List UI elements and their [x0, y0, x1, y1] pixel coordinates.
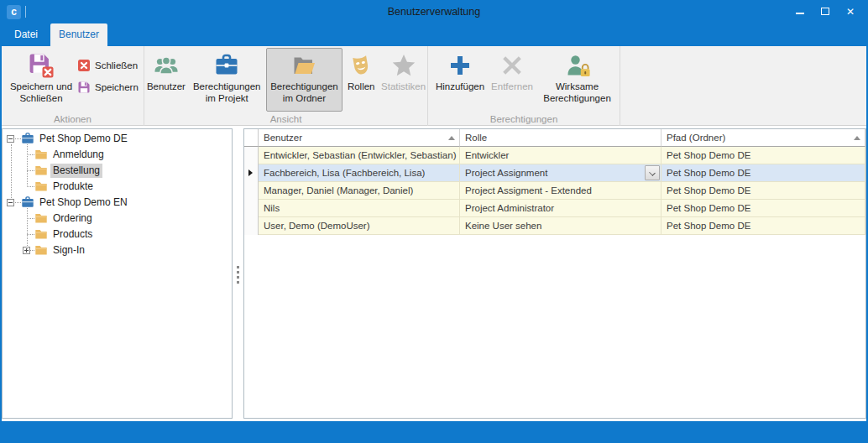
cell-rolle[interactable]: Project Assignment [460, 164, 661, 182]
tree-node-label: Sign-In [50, 243, 87, 258]
benutzer-view-button[interactable]: Benutzer [144, 48, 188, 112]
rollen-button[interactable]: Rollen [342, 48, 379, 112]
grid-row[interactable]: Manager, Daniel (Manager, Daniel)Project… [244, 182, 865, 200]
tree-node-bestellung[interactable]: Bestellung [3, 163, 232, 179]
ribbon-tab-row: Datei Benutzer [2, 23, 866, 46]
grid-row[interactable]: Fachbereich, Lisa (Fachbereich, Lisa)Pro… [244, 164, 865, 182]
focused-row-indicator-icon [248, 169, 253, 176]
row-header[interactable] [244, 200, 259, 217]
grid-row[interactable]: User, Demo (DemoUser)Keine User sehenPet… [244, 217, 865, 235]
close-window-button[interactable]: ✕ [838, 0, 863, 23]
column-header-rolle[interactable]: Rolle [460, 129, 661, 147]
cell-rolle[interactable]: Project Assigment - Extended [460, 182, 661, 200]
role-dropdown-button[interactable] [645, 165, 660, 180]
cell-pfad[interactable]: Pet Shop Demo DE [661, 182, 865, 200]
cell-pfad[interactable]: Pet Shop Demo DE [661, 164, 865, 182]
tree-node-pet-shop-demo-en[interactable]: Pet Shop Demo EN [3, 195, 232, 211]
save-button[interactable]: Speichern [77, 77, 139, 96]
main-area: Pet Shop Demo DEAnmeldungBestellungProdu… [2, 126, 866, 421]
cell-pfad[interactable]: Pet Shop Demo DE [661, 217, 865, 235]
rollen-label: Rollen [348, 81, 375, 93]
permissions-in-project-button[interactable]: Berechtigungen im Projekt [188, 48, 266, 112]
tree-connector [27, 154, 34, 155]
tree-node-label: Products [50, 227, 95, 242]
row-header[interactable] [244, 217, 259, 235]
ribbon-group-ansicht: Benutzer Berechtigungen im Projekt Berec… [144, 46, 428, 126]
sort-ascending-icon [854, 136, 860, 140]
row-header[interactable] [244, 182, 259, 200]
tree-node-anmeldung[interactable]: Anmeldung [3, 147, 232, 163]
hinzufuegen-label: Hinzufügen [436, 81, 484, 93]
tree-node-products[interactable]: Products [3, 227, 232, 242]
permissions-in-folder-label: Berechtigungen im Ordner [267, 81, 342, 104]
cell-pfad[interactable]: Pet Shop Demo DE [661, 200, 865, 217]
cell-benutzer[interactable]: Fachbereich, Lisa (Fachbereich, Lisa) [259, 164, 460, 182]
tree-node-label: Produkte [50, 180, 96, 194]
tree-node-pet-shop-demo-de[interactable]: Pet Shop Demo DE [3, 131, 232, 147]
application-window: c Benutzerverwaltung ✕ Datei Benutzer Sp… [0, 0, 868, 443]
grid-row[interactable]: NilsProject AdministratorPet Shop Demo D… [244, 200, 865, 217]
cell-benutzer[interactable]: Nils [259, 200, 460, 217]
tree-node-ordering[interactable]: Ordering [3, 211, 232, 227]
minimize-button[interactable] [787, 0, 813, 23]
grid-header-row: Benutzer Rolle Pfad (Ordner) [244, 129, 865, 147]
ribbon-group-berechtigungen: Hinzufügen Entfernen Wirksame Berechtigu… [428, 46, 620, 126]
cell-benutzer[interactable]: Manager, Daniel (Manager, Daniel) [259, 182, 460, 200]
cell-rolle[interactable]: Entwickler [460, 147, 661, 164]
permissions-in-folder-button[interactable]: Berechtigungen im Ordner [266, 48, 343, 112]
folder-tree: Pet Shop Demo DEAnmeldungBestellungProdu… [3, 129, 232, 418]
maximize-button[interactable] [813, 0, 838, 23]
tab-datei[interactable]: Datei [7, 23, 45, 46]
column-header-pfad[interactable]: Pfad (Ordner) [661, 129, 865, 147]
cell-rolle[interactable]: Keine User sehen [460, 217, 661, 235]
tree-node-sign-in[interactable]: Sign-In [3, 242, 232, 258]
grid-row[interactable]: Entwickler, Sebastian (Entwickler, Sebas… [244, 147, 865, 164]
project-icon [21, 132, 34, 145]
tree-connector-line [27, 144, 28, 185]
tree-connector [27, 170, 34, 171]
folder-icon [34, 227, 48, 241]
panel-splitter[interactable] [233, 128, 243, 419]
column-header-benutzer[interactable]: Benutzer [259, 129, 460, 147]
cell-benutzer[interactable]: Entwickler, Sebastian (Entwickler, Sebas… [259, 147, 460, 164]
collapse-minus-icon[interactable] [7, 135, 14, 143]
close-button[interactable]: Schließen [77, 55, 139, 75]
entfernen-label: Entfernen [491, 81, 533, 93]
grid-rows: Entwickler, Sebastian (Entwickler, Sebas… [244, 147, 865, 235]
cell-benutzer[interactable]: User, Demo (DemoUser) [259, 217, 460, 235]
ribbon-group-aktionen: Speichern und Schließen Schließen Speich… [2, 46, 144, 126]
tree-connector [15, 202, 21, 203]
folder-icon [34, 148, 48, 161]
briefcase-icon [213, 52, 240, 79]
users-icon [153, 52, 180, 79]
save-and-close-button[interactable]: Speichern und Schließen [5, 48, 77, 112]
hinzufuegen-button[interactable]: Hinzufügen [433, 48, 487, 112]
window-title: Benutzerverwaltung [2, 0, 866, 23]
save-close-icon [28, 52, 55, 79]
row-header[interactable] [244, 164, 259, 182]
row-header[interactable] [244, 147, 259, 164]
entfernen-button: Entfernen [487, 48, 537, 112]
sort-ascending-icon [448, 136, 455, 140]
tree-node-label: Anmeldung [50, 148, 107, 162]
ribbon: Speichern und Schließen Schließen Speich… [2, 46, 866, 126]
wirksame-berechtigungen-button[interactable]: Wirksame Berechtigungen [537, 48, 617, 112]
group-label-berechtigungen: Berechtigungen [428, 114, 620, 124]
statistiken-label: Statistiken [381, 81, 426, 93]
collapse-minus-icon[interactable] [7, 199, 14, 206]
tree-connector [27, 234, 34, 235]
save-icon [77, 81, 91, 94]
close-icon: ✕ [838, 0, 863, 23]
splitter-grip-icon [237, 276, 239, 279]
group-label-aktionen: Aktionen [2, 114, 144, 124]
tree-node-label: Pet Shop Demo EN [37, 195, 130, 210]
wirksame-berechtigungen-label: Wirksame Berechtigungen [538, 81, 616, 104]
tree-node-label: Ordering [50, 211, 95, 226]
tab-benutzer[interactable]: Benutzer [50, 23, 107, 46]
star-icon [390, 52, 417, 79]
tree-node-produkte[interactable]: Produkte [3, 179, 232, 195]
cell-rolle[interactable]: Project Administrator [460, 200, 661, 217]
cell-pfad[interactable]: Pet Shop Demo DE [661, 147, 865, 164]
folder-icon [34, 243, 48, 257]
splitter-grip-icon [237, 281, 239, 284]
